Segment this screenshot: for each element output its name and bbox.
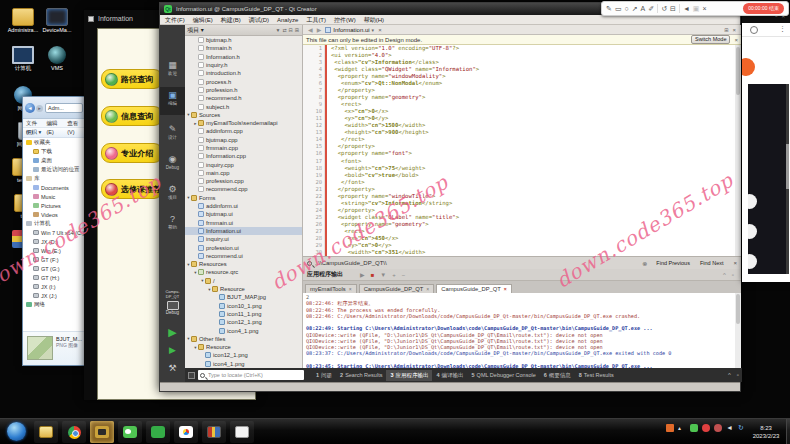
nav-item-GT (H:)[interactable]: GT (H:) xyxy=(23,273,85,282)
mode-编辑[interactable]: ▣编辑 xyxy=(160,87,185,115)
find-query[interactable]: ..\\CampusGuide_DP_QT\\ xyxy=(315,260,638,266)
tray-vol-icon[interactable]: ◄ xyxy=(726,424,734,432)
mode-项目[interactable]: ⚙项目 xyxy=(160,181,185,209)
qt-menu-控件(W)[interactable]: 控件(W) xyxy=(331,15,359,24)
taskbar-winrar[interactable] xyxy=(202,421,226,443)
taskbar-explorer[interactable] xyxy=(34,421,58,443)
tree-item-profession.h[interactable]: profession.h xyxy=(185,86,302,94)
tree-item-subject.h[interactable]: subject.h xyxy=(185,102,302,110)
undo-icon[interactable]: ↺ xyxy=(661,2,667,15)
explorer-titlebar[interactable]: ◂ ▸ Adm... xyxy=(23,97,85,119)
bottom-tab-Search Results[interactable]: 2Search Results xyxy=(336,370,386,381)
show-desktop-button[interactable] xyxy=(786,419,790,444)
qt-menu-构建(B)[interactable]: 构建(B) xyxy=(218,15,244,24)
nav-item-JX (J:)[interactable]: JX (J:) xyxy=(23,291,85,300)
tree-item-bjutmap.ui[interactable]: bjutmap.ui xyxy=(185,210,302,218)
find-next-button[interactable]: Find Next xyxy=(695,260,729,266)
nav-item-计算机[interactable]: 计算机 xyxy=(23,219,85,228)
qt-menu-文件(F)[interactable]: 文件(F) xyxy=(162,15,188,24)
tree-item-profession.ui[interactable]: profession.ui xyxy=(185,243,302,251)
nav-item-最近访问的位置[interactable]: 最近访问的位置 xyxy=(23,165,85,174)
tree-item-Information.cpp[interactable]: Information.cpp xyxy=(185,152,302,160)
taskbar-wechat[interactable] xyxy=(118,421,142,443)
taskbar-recorder[interactable] xyxy=(90,421,114,443)
taskbar-chrome[interactable] xyxy=(62,421,86,443)
profile-avatar-icon[interactable] xyxy=(750,26,758,34)
pane-window-icon[interactable]: ▫ xyxy=(729,272,737,278)
explorer-menu-编辑(E)[interactable]: 编辑(E) xyxy=(46,119,64,127)
menu-button-选修课推荐[interactable]: 选修课推荐 xyxy=(101,179,163,199)
tree-item-recommend.h[interactable]: recommend.h xyxy=(185,94,302,102)
tree-item-Sources[interactable]: ▾Sources xyxy=(185,111,302,119)
debug-run-button[interactable]: ▶ xyxy=(160,343,185,357)
bottom-tab-概要信息[interactable]: 6概要信息 xyxy=(540,370,575,381)
camera-icon[interactable]: ▣ xyxy=(693,2,700,15)
infobar-close-icon[interactable]: × xyxy=(734,37,738,43)
mode-帮助[interactable]: ?帮助 xyxy=(160,211,185,239)
speaker-icon[interactable]: ◄ xyxy=(683,2,690,15)
detach-pane-icon[interactable]: ▫ xyxy=(734,372,742,378)
clear-search-icon[interactable]: ⊗ xyxy=(638,260,651,267)
tree-item-addinform.ui[interactable]: addinform.ui xyxy=(185,202,302,210)
qt-menu-调试(D)[interactable]: 调试(D) xyxy=(246,15,272,24)
bottom-tab-问题[interactable]: 1问题 xyxy=(312,370,336,381)
close-tab-icon[interactable]: × xyxy=(349,286,352,292)
text-icon[interactable]: A xyxy=(641,2,646,15)
nav-item-Music[interactable]: Music xyxy=(23,192,85,201)
tree-item-icon10_1.png[interactable]: icon10_1.png xyxy=(185,302,302,310)
tree-item-/[interactable]: ▾/ xyxy=(185,277,302,285)
filter-icon[interactable]: ▼ xyxy=(274,27,281,33)
desktop-icon-计算机[interactable]: 计算机 xyxy=(6,46,40,71)
output-tab-CampusGuide_DP_QT[interactable]: CampusGuide_DP_QT× xyxy=(436,284,512,293)
explorer-menu-查看(V)[interactable]: 查看(V) xyxy=(67,119,85,127)
output-filter-icon[interactable]: ▼ xyxy=(377,272,389,278)
console-scrollbar[interactable] xyxy=(735,293,741,368)
code-text[interactable]: <?xml version="1.0" encoding="UTF-8"?><u… xyxy=(327,45,735,256)
bottom-tab-Test Results[interactable]: 8Test Results xyxy=(575,370,618,381)
maximize-pane-icon[interactable]: ^ xyxy=(720,272,729,278)
tray-sync-icon[interactable]: ↻ xyxy=(738,424,746,432)
tree-item-icon4_1.png[interactable]: icon4_1.png xyxy=(185,360,302,368)
desktop-icon-Administra...[interactable]: Administra... xyxy=(6,8,40,33)
nav-item-Videos[interactable]: Videos xyxy=(23,210,85,219)
bottom-tab-应用程序输出[interactable]: 3应用程序输出 xyxy=(386,370,432,381)
project-pane-title[interactable]: 项目 ▾ xyxy=(187,26,274,35)
tray-wx-icon[interactable] xyxy=(690,424,698,432)
tree-item-addinform.cpp[interactable]: addinform.cpp xyxy=(185,127,302,135)
nav-item-桌面[interactable]: 桌面 xyxy=(23,156,85,165)
nav-forward-icon[interactable]: ▶ xyxy=(315,26,324,33)
application-output-console[interactable]: 208:22:46: 程序异常结束。08:22:46: The process … xyxy=(303,293,735,368)
rerun-icon[interactable]: ▶ xyxy=(357,271,368,278)
tree-item-recommend.ui[interactable]: recommend.ui xyxy=(185,252,302,260)
nav-item-JX (I:)[interactable]: JX (I:) xyxy=(23,282,85,291)
bottom-tab-QML Debugger Console[interactable]: 5QML Debugger Console xyxy=(468,370,540,381)
close-tab-icon[interactable]: × xyxy=(426,286,429,292)
rectangle-icon[interactable]: ▭ xyxy=(615,2,622,15)
nav-item-GT (F:)[interactable]: GT (F:) xyxy=(23,255,85,264)
menu-dots-icon[interactable]: ⋮ xyxy=(779,25,786,33)
forward-icon[interactable]: ▸ xyxy=(36,105,43,112)
qt-menu-Analyze[interactable]: Analyze xyxy=(274,15,301,24)
stop-icon[interactable]: ■ xyxy=(368,272,378,278)
tree-item-process.h[interactable]: process.h xyxy=(185,77,302,85)
tree-item-recommend.cpp[interactable]: recommend.cpp xyxy=(185,185,302,193)
find-close-icon[interactable]: × xyxy=(728,260,737,266)
recording-timer-badge[interactable]: 00:00:00 结束 xyxy=(743,3,784,14)
tree-item-Resource[interactable]: ▾Resource xyxy=(185,285,302,293)
locator-input[interactable]: Type to locate (Ctrl+K) xyxy=(198,370,304,380)
nav-item-收藏夹[interactable]: 收藏夹 xyxy=(23,138,85,147)
close-document-icon[interactable]: × xyxy=(376,27,384,33)
tray-rec-icon[interactable] xyxy=(666,424,674,432)
tree-item-myEmailTools\sendemailapi[interactable]: ▸myEmailTools\sendemailapi xyxy=(185,119,302,127)
nav-item-GT (G:)[interactable]: GT (G:) xyxy=(23,264,85,273)
tree-item-icon4_1.png[interactable]: icon4_1.png xyxy=(185,326,302,334)
trash-icon[interactable]: ⊟ xyxy=(670,2,676,15)
tree-item-introduction.h[interactable]: introduction.h xyxy=(185,69,302,77)
expand-pane-icon[interactable]: ^ xyxy=(725,372,734,378)
nav-item-库[interactable]: 库 xyxy=(23,174,85,183)
desktop-icon-VMS[interactable]: VMS xyxy=(40,46,74,71)
tray-q2-icon[interactable] xyxy=(714,424,722,432)
zoom-out-icon[interactable]: − xyxy=(399,272,409,278)
close-tab-icon[interactable]: × xyxy=(504,286,507,292)
nav-item-下载[interactable]: 下载 xyxy=(23,147,85,156)
